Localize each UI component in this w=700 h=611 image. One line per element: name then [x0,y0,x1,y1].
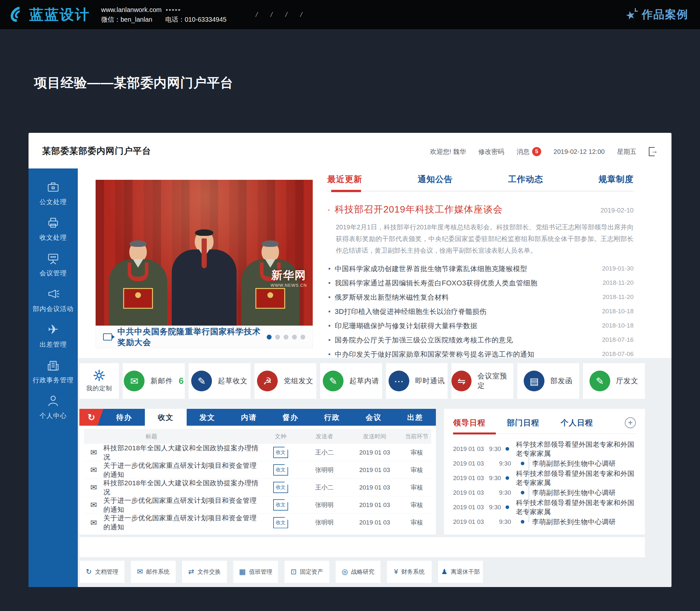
tab-meeting[interactable]: 会议 [353,409,394,426]
news-item-title[interactable]: 俄罗斯研发出新型纳米磁性复合材料 [335,293,449,302]
bottom-app-button[interactable]: ¥ 财务系统 [387,561,432,583]
shortcut-label: 即时通讯 [415,376,445,386]
schedule-entry[interactable]: 2019 01 03 9:30 李萌副部长到生物中心调研 [453,456,636,471]
news-item-date: 2018-07-06 [602,351,633,358]
tab-receive-doc[interactable]: 收文 [145,409,186,426]
news-list-item[interactable]: 中国科学家成功创建世界首批生物节律紊乱体细胞克隆猴模型 2019-01-30 [327,262,633,276]
arrows-icon: ▸▸▸▸▸ [166,5,182,15]
site-url[interactable]: www.lanlanwork.com [101,5,162,15]
news-list-item[interactable]: 中办印发关于做好国家勋章和国家荣誉称号提名评选工作的通知 2018-07-06 [327,347,633,361]
logout-icon[interactable]: → [649,147,658,156]
shortcut-label: 会议室预定 [477,371,513,391]
carousel-dot[interactable] [283,335,289,340]
news-item-title[interactable]: 我国科学家通过基因编辑长寿蛋白FOXO3获得优质人类血管细胞 [335,278,537,288]
news-headline[interactable]: 科技部召开2019年科技工作媒体座谈会 [327,203,502,216]
sidebar-item-admin-affairs[interactable]: 行政事务管理 [33,358,74,385]
schedule-entry[interactable]: 2019 01 03 9:30 科学技术部领导看望外国老专家和外国老专家家属 [453,471,636,485]
shortcut-card[interactable]: ✉ 新邮件 6 [123,363,185,399]
news-list-item[interactable]: 印尼珊瑚礁保护与修复计划获得大量科学数据 2018-10-18 [327,318,633,333]
task-time: 2019 01 03 [347,484,402,491]
task-title[interactable]: 关于进一步优化国家重点研发计划项目和资金管理的通知 [103,513,260,532]
tab-todo[interactable]: 待办 [103,409,145,426]
bottom-app-button[interactable]: ↻ 文档管理 [79,561,125,583]
portfolio-link[interactable]: ★ 作品案例 [625,7,688,22]
lanlan-logo[interactable]: 蓝蓝设计 [12,5,90,24]
tab-recent-updates[interactable]: 最近更新 [327,174,362,185]
news-item-title[interactable]: 国务院办公厅关于加强三级公立医院绩效考核工作的意见 [335,335,513,345]
sidebar-item-personal-center[interactable]: 个人中心 [40,393,67,420]
schedule-title[interactable]: 李萌副部长到生物中心调研 [532,488,616,497]
carousel-dot[interactable] [275,335,280,340]
news-list-item[interactable]: 我国科学家通过基因编辑长寿蛋白FOXO3获得优质人类血管细胞 2018-11-2… [327,276,633,290]
task-title[interactable]: 科技部2018年全国人大建议和全国政协提案办理情况 [103,444,260,462]
schedule-title[interactable]: 李萌副部长到生物中心调研 [532,459,616,468]
tab-internal-request[interactable]: 内请 [228,409,269,426]
news-item-title[interactable]: 中国科学家成功创建世界首批生物节律紊乱体细胞克隆猴模型 [335,264,527,273]
tab-administration[interactable]: 行政 [311,409,353,426]
change-password-link[interactable]: 修改密码 [478,147,504,156]
news-list-item[interactable]: 3D打印植入物促进神经细胞生长以治疗脊髓损伤 2018-10-18 [327,304,633,318]
bottom-app-button[interactable]: ◎ 战略研究 [335,561,381,583]
task-title[interactable]: 关于进一步优化国家重点研发计划项目和资金管理的通知 [103,496,260,514]
schedule-entry[interactable]: 2019 01 03 9:30 李萌副部长到生物中心调研 [453,515,636,529]
doc-type-cell: 收文 [260,447,302,458]
tab-issue-doc[interactable]: 发文 [187,409,228,426]
tab-business-trip[interactable]: 出差 [394,409,436,426]
bottom-app-button[interactable]: ✉ 邮件系统 [131,561,176,583]
carousel-dot[interactable] [292,335,297,340]
top-nav-item[interactable] [249,11,264,18]
add-schedule-icon[interactable]: + [625,417,636,428]
news-list-item[interactable]: 俄罗斯研发出新型纳米磁性复合材料 2018-11-20 [327,290,633,304]
table-row[interactable]: ✉ 关于进一步优化国家重点研发计划项目和资金管理的通知 收文 张明明 2019 … [84,496,431,514]
top-nav-item[interactable] [279,11,294,18]
bottom-app-button[interactable]: ♟ 离退休干部 [438,561,483,583]
table-row[interactable]: ✉ 关于进一步优化国家重点研发计划项目和资金管理的通知 收文 张明明 2019 … [84,514,431,531]
news-item-title[interactable]: 3D打印植入物促进神经细胞生长以治疗脊髓损伤 [335,307,486,316]
shortcut-card[interactable]: ⋯ 即时通讯 [386,363,448,399]
tab-notices[interactable]: 通知公告 [418,174,453,185]
sidebar-item-document-processing[interactable]: 公文处理 [40,179,67,206]
sidebar-item-business-travel[interactable]: ✈ 出差管理 [40,322,67,349]
shortcut-card[interactable]: ⇋ 会议室预定 [451,363,513,399]
carousel-dot[interactable] [301,335,305,340]
bottom-app-button[interactable]: ⇄ 文件交换 [182,561,227,583]
task-title[interactable]: 科技部2018年全国人大建议和全国政协提案办理情况 [103,478,260,497]
top-nav-item[interactable] [264,11,279,18]
tab-supervision[interactable]: 督办 [269,409,311,426]
schedule-title[interactable]: 科学技术部领导看望外国老专家和外国老专家家属 [516,469,636,487]
carousel-caption[interactable]: 中共中央国务院隆重举行国家科学技术奖励大会 [117,326,262,348]
sidebar-item-receive-processing[interactable]: 收文处理 [40,215,67,242]
sidebar-item-internal-meetings[interactable]: 部内会议活动 [33,286,74,313]
messages-link[interactable]: 消息 5 [516,147,541,156]
shortcut-card[interactable]: ☭ 党组发文 [254,363,316,399]
tab-leader-schedule[interactable]: 领导日程 [453,418,485,428]
tab-work-trends[interactable]: 工作动态 [508,174,543,185]
sidebar-item-meeting-management[interactable]: 会议管理 [40,251,67,278]
tab-personal-schedule[interactable]: 个人日程 [561,418,593,428]
bottom-app-button[interactable]: ▦ 值班管理 [233,561,278,583]
news-item-title[interactable]: 印尼珊瑚礁保护与修复计划获得大量科学数据 [335,321,477,330]
shortcut-my-customization[interactable]: 我的定制 [79,363,119,399]
news-photo[interactable]: 新华网 WWW.NEWS.CN [96,180,313,326]
tab-department-schedule[interactable]: 部门日程 [507,418,539,428]
table-row[interactable]: ✉ 科技部2018年全国人大建议和全国政协提案办理情况 收文 王小二 2019 … [84,479,431,496]
schedule-title[interactable]: 李萌副部长到生物中心调研 [532,517,616,526]
tab-regulations[interactable]: 规章制度 [599,174,633,185]
schedule-entry[interactable]: 2019 01 03 9:30 李萌副部长到生物中心调研 [453,485,636,500]
shortcut-card[interactable]: ✎ 厅发文 [583,363,645,399]
schedule-entry[interactable]: 2019 01 03 9:30 科学技术部领导看望外国老专家和外国老专家家属 [453,500,636,515]
news-item-title[interactable]: 中办印发关于做好国家勋章和国家荣誉称号提名评选工作的通知 [335,349,535,359]
carousel-dot[interactable] [267,335,272,340]
schedule-title[interactable]: 科学技术部领导看望外国老专家和外国老专家家属 [516,498,636,517]
schedule-entry[interactable]: 2019 01 03 9:30 科学技术部领导看望外国老专家和外国老专家家属 [453,442,636,456]
top-nav-item[interactable] [294,11,308,18]
table-row[interactable]: ✉ 科技部2018年全国人大建议和全国政协提案办理情况 收文 王小二 2019 … [84,444,431,461]
shortcut-card[interactable]: ▤ 部发函 [517,363,579,399]
schedule-title[interactable]: 科学技术部领导看望外国老专家和外国老专家家属 [516,440,636,458]
shortcut-card[interactable]: ✎ 起草内请 [320,363,382,399]
shortcut-card[interactable]: ✎ 起草收文 [189,363,250,399]
task-title[interactable]: 关于进一步优化国家重点研发计划项目和资金管理的通知 [103,461,260,479]
table-row[interactable]: ✉ 关于进一步优化国家重点研发计划项目和资金管理的通知 收文 张明明 2019 … [84,461,431,479]
news-list-item[interactable]: 国务院办公厅关于加强三级公立医院绩效考核工作的意见 2018-07-16 [327,333,633,347]
bottom-app-button[interactable]: ⊡ 固定资产 [284,561,330,583]
